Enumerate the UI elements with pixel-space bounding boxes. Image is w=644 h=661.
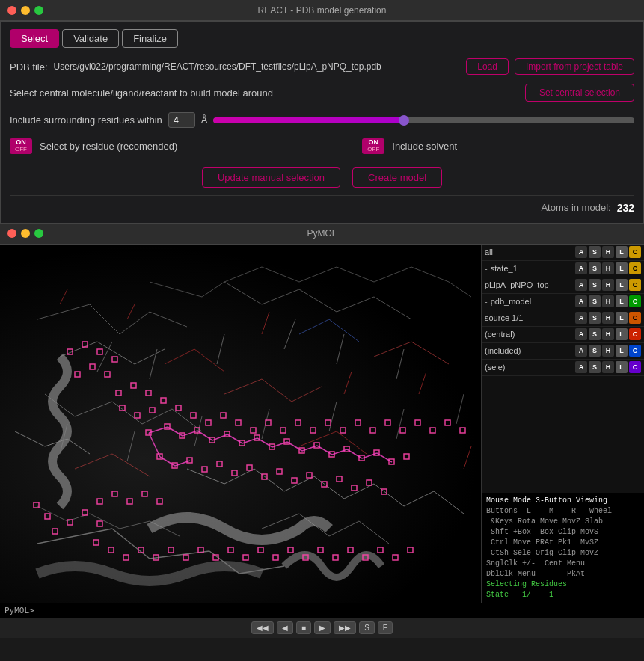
obj-btn-h-all[interactable]: H xyxy=(602,246,614,258)
window-controls xyxy=(7,6,43,15)
object-list: all A S H L C -state_1 A S H L C xyxy=(482,245,644,493)
obj-btn-c-all[interactable]: C xyxy=(629,246,641,258)
surrounding-distance-input[interactable] xyxy=(168,112,195,128)
obj-btn-a-sele[interactable]: A xyxy=(575,361,587,373)
list-item[interactable]: (sele) A S H L C xyxy=(482,360,644,376)
pymol-info-panel: Mouse Mode 3-Button Viewing Buttons L M … xyxy=(482,493,644,603)
set-central-selection-button[interactable]: Set central selection xyxy=(525,84,634,102)
obj-btn-s-central[interactable]: S xyxy=(589,328,601,340)
obj-btn-l-sele[interactable]: L xyxy=(616,361,628,373)
obj-btn-c-included[interactable]: C xyxy=(629,345,641,357)
obj-btn-l-all[interactable]: L xyxy=(616,246,628,258)
obj-btn-s-plipa[interactable]: S xyxy=(589,279,601,291)
obj-btn-h-sele[interactable]: H xyxy=(602,361,614,373)
pymol-viewport: all A S H L C -state_1 A S H L C xyxy=(0,245,644,603)
cmdline-prompt: PyMOL>_ xyxy=(4,606,39,615)
atoms-in-model-row: Atoms in model: 232 xyxy=(10,195,634,214)
react-titlebar: REACT - PDB model generation xyxy=(0,0,644,21)
pdb-label: PDB file: xyxy=(10,61,48,73)
close-button[interactable] xyxy=(7,6,16,15)
nav-s-button[interactable]: S xyxy=(359,621,375,634)
atoms-label: Atoms in model: xyxy=(541,202,610,213)
create-model-button[interactable]: Create model xyxy=(352,167,442,188)
obj-btn-s-state1[interactable]: S xyxy=(589,262,601,274)
select-by-residue-toggle[interactable]: ON OFF xyxy=(10,138,32,154)
obj-btn-l-source[interactable]: L xyxy=(616,312,628,324)
pymol-cmdline[interactable]: PyMOL>_ xyxy=(0,603,644,618)
update-manual-selection-button[interactable]: Update manual selection xyxy=(202,167,340,188)
pdb-file-row: PDB file: Users/gvi022/programming/REACT… xyxy=(10,58,634,75)
info-ctsh: CtSh Sele Orig Clip MovZ xyxy=(486,548,640,559)
tab-validate[interactable]: Validate xyxy=(62,29,119,48)
obj-btn-c-source[interactable]: C xyxy=(629,312,641,324)
toggle-off-label: OFF xyxy=(15,147,27,153)
list-item[interactable]: source 1/1 A S H L C xyxy=(482,310,644,327)
obj-btn-c-pdbmodel[interactable]: C xyxy=(629,295,641,307)
list-item[interactable]: -pdb_model A S H L C xyxy=(482,294,644,310)
obj-btn-l-plipa[interactable]: L xyxy=(616,279,628,291)
minimize-button[interactable] xyxy=(21,6,30,15)
tab-select[interactable]: Select xyxy=(10,29,59,48)
obj-btn-a-plipa[interactable]: A xyxy=(575,279,587,291)
list-item[interactable]: (central) A S H L C xyxy=(482,327,644,343)
nav-prev-button[interactable]: ◀ xyxy=(277,621,293,634)
nav-play-button[interactable]: ▶ xyxy=(314,621,331,634)
obj-btn-h-source[interactable]: H xyxy=(602,312,614,324)
obj-btn-h-central[interactable]: H xyxy=(602,328,614,340)
slider-thumb[interactable] xyxy=(399,115,409,126)
obj-btn-a-source[interactable]: A xyxy=(575,312,587,324)
object-buttons-sele: A S H L C xyxy=(575,361,641,373)
obj-btn-a-state1[interactable]: A xyxy=(575,262,587,274)
nav-rewind-button[interactable]: ◀◀ xyxy=(251,621,274,634)
import-button[interactable]: Import from project table xyxy=(515,58,634,75)
obj-btn-l-included[interactable]: L xyxy=(616,345,628,357)
object-name-state1: -state_1 xyxy=(485,264,575,273)
obj-btn-c-central[interactable]: C xyxy=(629,328,641,340)
pymol-right-panel: all A S H L C -state_1 A S H L C xyxy=(481,245,644,603)
pymol-close-button[interactable] xyxy=(7,229,16,238)
obj-btn-s-sele[interactable]: S xyxy=(589,361,601,373)
central-selection-row: Select central molecule/ligand/reactant … xyxy=(10,84,634,102)
nav-fastforward-button[interactable]: ▶▶ xyxy=(334,621,356,634)
obj-btn-s-pdbmodel[interactable]: S xyxy=(589,295,601,307)
obj-btn-a-included[interactable]: A xyxy=(575,345,587,357)
obj-btn-s-source[interactable]: S xyxy=(589,312,601,324)
list-item[interactable]: -state_1 A S H L C xyxy=(482,261,644,277)
object-buttons-pdbmodel: A S H L C xyxy=(575,295,641,307)
nav-stop-button[interactable]: ■ xyxy=(296,621,311,634)
object-buttons-central: A S H L C xyxy=(575,328,641,340)
obj-btn-s-all[interactable]: S xyxy=(589,246,601,258)
include-solvent-toggle[interactable]: ON OFF xyxy=(362,138,384,154)
obj-btn-l-central[interactable]: L xyxy=(616,328,628,340)
object-name-pdbmodel: -pdb_model xyxy=(485,297,575,306)
obj-btn-l-pdbmodel[interactable]: L xyxy=(616,295,628,307)
object-name-plipa: pLipA_pNPQ_top xyxy=(485,280,575,289)
info-keys: &Keys Rota Move MovZ Slab xyxy=(486,517,640,527)
obj-btn-c-sele[interactable]: C xyxy=(629,361,641,373)
obj-btn-a-all[interactable]: A xyxy=(575,246,587,258)
obj-btn-c-plipa[interactable]: C xyxy=(629,279,641,291)
obj-btn-a-central[interactable]: A xyxy=(575,328,587,340)
object-name-included: (included) xyxy=(485,346,575,355)
obj-btn-h-plipa[interactable]: H xyxy=(602,279,614,291)
maximize-button[interactable] xyxy=(34,6,43,15)
pymol-maximize-button[interactable] xyxy=(34,229,43,238)
pymol-minimize-button[interactable] xyxy=(21,229,30,238)
load-button[interactable]: Load xyxy=(466,58,509,75)
obj-btn-h-included[interactable]: H xyxy=(602,345,614,357)
obj-btn-h-pdbmodel[interactable]: H xyxy=(602,295,614,307)
obj-btn-s-included[interactable]: S xyxy=(589,345,601,357)
tab-finalize[interactable]: Finalize xyxy=(122,29,178,48)
molecular-view[interactable] xyxy=(0,245,481,603)
surround-label: Include surrounding residues within xyxy=(10,114,162,126)
info-selecting: Selecting Residues xyxy=(486,579,640,590)
obj-btn-c-state1[interactable]: C xyxy=(629,262,641,274)
list-item[interactable]: pLipA_pNPQ_top A S H L C xyxy=(482,277,644,294)
obj-btn-l-state1[interactable]: L xyxy=(616,262,628,274)
obj-btn-a-pdbmodel[interactable]: A xyxy=(575,295,587,307)
nav-f-button[interactable]: F xyxy=(378,621,393,634)
list-item[interactable]: (included) A S H L C xyxy=(482,343,644,360)
obj-btn-h-state1[interactable]: H xyxy=(602,262,614,274)
list-item[interactable]: all A S H L C xyxy=(482,245,644,261)
info-state: State 1/ 1 xyxy=(486,590,640,600)
